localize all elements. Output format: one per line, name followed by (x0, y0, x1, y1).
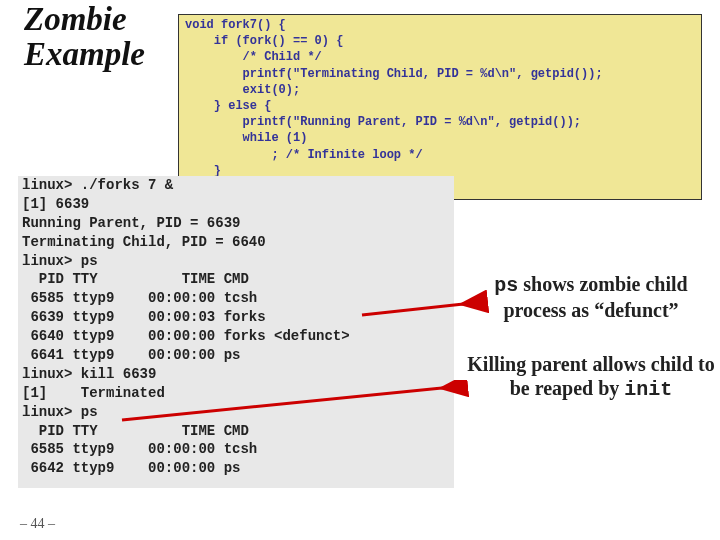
terminal-output: linux> ./forks 7 & [1] 6639 Running Pare… (18, 176, 454, 488)
annotation-ps-code: ps (494, 274, 518, 297)
annotation-reaped-text: Killing parent allows child to be reaped… (467, 353, 714, 399)
annotation-defunct: ps shows zombie child process as “defunc… (476, 272, 706, 322)
slide-title: Zombie Example (24, 2, 145, 71)
annotation-reaped: Killing parent allows child to be reaped… (464, 352, 718, 402)
annotation-defunct-text: shows zombie child process as “defunct” (503, 273, 687, 321)
code-sample: void fork7() { if (fork() == 0) { /* Chi… (178, 14, 702, 200)
page-number: – 44 – (20, 516, 55, 532)
annotation-init-code: init (624, 378, 672, 401)
